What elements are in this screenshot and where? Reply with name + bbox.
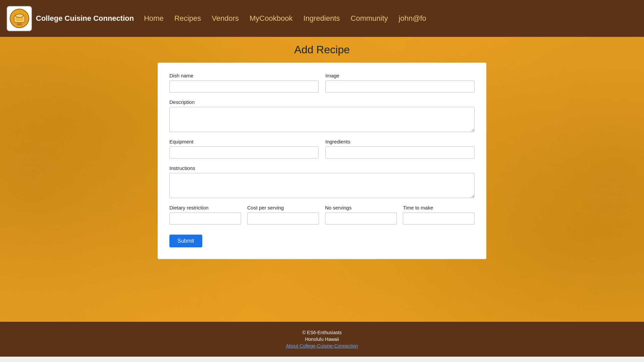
no-servings-label: No servings bbox=[325, 205, 397, 210]
form-group-cost: Cost per serving bbox=[247, 205, 319, 225]
logo-image: CCC bbox=[7, 6, 32, 31]
form-group-instructions: Instructions bbox=[169, 165, 475, 198]
page-title: Add Recipe bbox=[294, 44, 350, 56]
equipment-input[interactable] bbox=[169, 146, 319, 159]
nav-vendors[interactable]: Vendors bbox=[212, 14, 239, 23]
svg-text:CCC: CCC bbox=[17, 23, 22, 25]
time-to-make-label: Time to make bbox=[403, 205, 475, 210]
form-group-description: Description bbox=[169, 99, 475, 132]
svg-rect-2 bbox=[15, 17, 23, 21]
instructions-textarea[interactable] bbox=[169, 173, 475, 198]
nav-user[interactable]: john@fo bbox=[399, 14, 426, 23]
form-group-dish-name: Dish name bbox=[169, 73, 319, 93]
form-row-instructions: Instructions bbox=[169, 165, 475, 198]
dish-name-label: Dish name bbox=[169, 73, 319, 78]
form-group-servings: No servings bbox=[325, 205, 397, 225]
form-group-ingredients: Ingredients bbox=[325, 139, 475, 159]
svg-point-3 bbox=[15, 14, 23, 17]
time-to-make-input[interactable] bbox=[403, 213, 475, 225]
scrollbar-area[interactable] bbox=[0, 357, 644, 362]
form-row-description: Description bbox=[169, 99, 475, 132]
ingredients-label: Ingredients bbox=[325, 139, 475, 144]
cost-per-serving-input[interactable] bbox=[247, 213, 319, 225]
dietary-restriction-input[interactable] bbox=[169, 213, 241, 225]
form-group-image: Image bbox=[325, 73, 475, 93]
image-input[interactable] bbox=[325, 80, 475, 93]
logo-wrapper: CCC College Cuisine Connection bbox=[7, 6, 134, 31]
form-group-time: Time to make bbox=[403, 205, 475, 225]
form-row-four-col: Dietary restriction Cost per serving No … bbox=[169, 205, 475, 225]
form-group-dietary: Dietary restriction bbox=[169, 205, 241, 225]
description-textarea[interactable] bbox=[169, 107, 475, 132]
site-title: College Cuisine Connection bbox=[36, 14, 134, 23]
nav-community[interactable]: Community bbox=[351, 14, 388, 23]
nav-mycookbook[interactable]: MyCookbook bbox=[250, 14, 292, 23]
image-label: Image bbox=[325, 73, 475, 78]
nav-ingredients[interactable]: Ingredients bbox=[303, 14, 340, 23]
no-servings-input[interactable] bbox=[325, 213, 397, 225]
footer-location: Honolulu Hawaii bbox=[7, 337, 637, 342]
dietary-restriction-label: Dietary restriction bbox=[169, 205, 241, 210]
main-content: Add Recipe Dish name Image Description E… bbox=[0, 37, 644, 322]
footer-copyright: © ES6-Enthusiasts bbox=[7, 330, 637, 335]
site-header: CCC College Cuisine Connection Home Reci… bbox=[0, 0, 644, 37]
equipment-label: Equipment bbox=[169, 139, 319, 144]
nav-recipes[interactable]: Recipes bbox=[174, 14, 201, 23]
dish-name-input[interactable] bbox=[169, 80, 319, 93]
description-label: Description bbox=[169, 99, 475, 105]
form-group-equipment: Equipment bbox=[169, 139, 319, 159]
cost-per-serving-label: Cost per serving bbox=[247, 205, 319, 210]
add-recipe-form-card: Dish name Image Description Equipment In… bbox=[158, 63, 486, 259]
footer-about-link[interactable]: About College-Cuisine-Connection bbox=[286, 343, 358, 349]
form-row-dish-image: Dish name Image bbox=[169, 73, 475, 93]
form-row-equipment-ingredients: Equipment Ingredients bbox=[169, 139, 475, 159]
instructions-label: Instructions bbox=[169, 165, 475, 171]
submit-button[interactable]: Submit bbox=[169, 235, 202, 247]
main-nav: Home Recipes Vendors MyCookbook Ingredie… bbox=[144, 14, 637, 23]
site-footer: © ES6-Enthusiasts Honolulu Hawaii About … bbox=[0, 322, 644, 357]
ingredients-input[interactable] bbox=[325, 146, 475, 159]
nav-home[interactable]: Home bbox=[144, 14, 164, 23]
